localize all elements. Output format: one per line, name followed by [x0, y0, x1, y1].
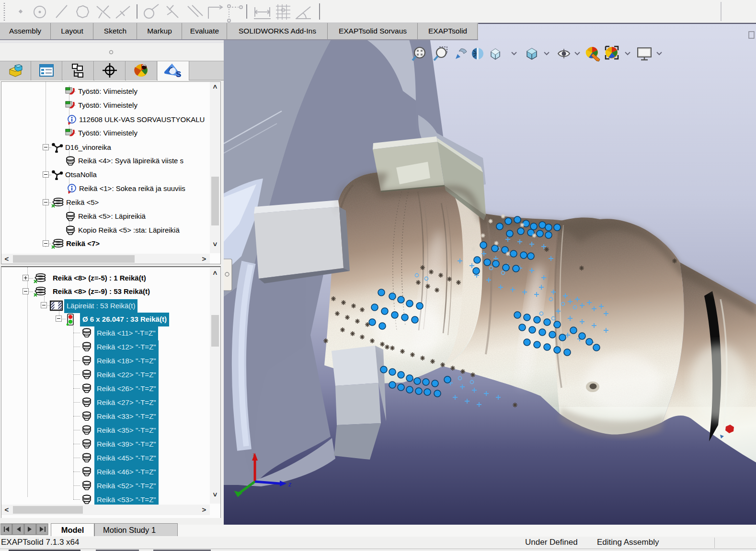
- svg-text:S: S: [176, 70, 181, 79]
- svg-text:x: x: [253, 451, 256, 457]
- svg-text:z: z: [288, 481, 291, 488]
